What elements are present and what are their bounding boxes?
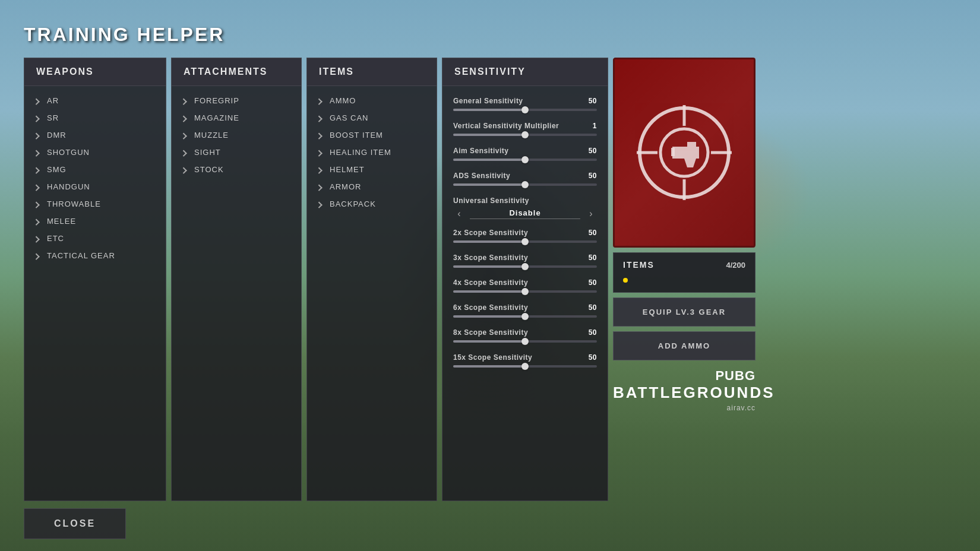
sensitivity-row-1: Vertical Sensitivity Multiplier 1 bbox=[442, 117, 608, 142]
chevron-right-icon bbox=[35, 150, 41, 156]
items-item-label: HELMET bbox=[330, 165, 365, 174]
sensitivity-label-10: 15x Scope Sensitivity 50 bbox=[453, 353, 597, 362]
sensitivity-panel: SENSITIVITY General Sensitivity 50 Verti… bbox=[442, 58, 608, 501]
attachments-item-label: SIGHT bbox=[194, 148, 221, 157]
chevron-right-icon bbox=[35, 184, 41, 190]
items-item-label: BOOST ITEM bbox=[330, 131, 383, 140]
slider-fill-10 bbox=[453, 365, 525, 368]
slider-thumb-0 bbox=[521, 106, 529, 113]
sensitivity-slider-3[interactable] bbox=[453, 183, 597, 186]
chevron-right-icon bbox=[182, 98, 188, 104]
weapons-item-7[interactable]: MELEE bbox=[24, 213, 166, 230]
slider-fill-2 bbox=[453, 159, 525, 161]
attachments-item-label: FOREGRIP bbox=[194, 96, 239, 105]
weapons-item-4[interactable]: SMG bbox=[24, 161, 166, 178]
slider-thumb-1 bbox=[521, 131, 529, 138]
sensitivity-row-6: 3x Scope Sensitivity 50 bbox=[442, 249, 608, 274]
weapons-item-label: THROWABLE bbox=[47, 200, 101, 208]
items-panel: ITEMS AMMOGAS CANBOOST ITEMHEALING ITEMH… bbox=[306, 58, 437, 501]
weapons-item-label: HANDGUN bbox=[47, 182, 90, 191]
slider-thumb-10 bbox=[521, 363, 529, 370]
attachments-item-2[interactable]: MUZZLE bbox=[172, 126, 301, 144]
universal-prev-arrow[interactable]: ‹ bbox=[453, 208, 465, 219]
universal-controls: ‹ Disable › bbox=[453, 208, 597, 219]
chevron-right-icon bbox=[182, 115, 188, 121]
sensitivity-slider-1[interactable] bbox=[453, 134, 597, 136]
slider-thumb-9 bbox=[521, 338, 529, 345]
items-item-3[interactable]: HEALING ITEM bbox=[307, 144, 437, 161]
sensitivity-slider-10[interactable] bbox=[453, 365, 597, 368]
sensitivity-value-8: 50 bbox=[589, 303, 597, 312]
universal-sensitivity-label: Universal Sensitivity bbox=[453, 197, 597, 205]
items-item-0[interactable]: AMMO bbox=[307, 92, 437, 109]
slider-fill-8 bbox=[453, 315, 525, 318]
attachments-panel: ATTACHMENTS FOREGRIPMAGAZINEMUZZLESIGHTS… bbox=[171, 58, 302, 501]
weapons-item-5[interactable]: HANDGUN bbox=[24, 178, 166, 195]
chevron-right-icon bbox=[35, 167, 41, 173]
slider-fill-6 bbox=[453, 265, 525, 268]
sensitivity-slider-5[interactable] bbox=[453, 240, 597, 243]
sensitivity-row-5: 2x Scope Sensitivity 50 bbox=[442, 224, 608, 249]
sensitivity-slider-9[interactable] bbox=[453, 340, 597, 343]
sensitivity-row-2: Aim Sensitivity 50 bbox=[442, 142, 608, 167]
bottom-row: CLOSE bbox=[24, 508, 956, 539]
panels-row: WEAPONS ARSRDMRSHOTGUNSMGHANDGUNTHROWABL… bbox=[24, 58, 956, 501]
sensitivity-label-2: Aim Sensitivity 50 bbox=[453, 147, 597, 155]
attachments-item-1[interactable]: MAGAZINE bbox=[172, 109, 301, 126]
items-item-6[interactable]: BACKPACK bbox=[307, 195, 437, 213]
weapons-item-0[interactable]: AR bbox=[24, 92, 166, 109]
sensitivity-value-6: 50 bbox=[589, 254, 597, 262]
items-counter-header: ITEMS 4/200 bbox=[623, 260, 745, 270]
yellow-dot-icon bbox=[623, 278, 628, 283]
attachments-item-label: MUZZLE bbox=[194, 131, 229, 140]
weapons-item-6[interactable]: THROWABLE bbox=[24, 195, 166, 213]
slider-fill-3 bbox=[453, 183, 525, 186]
watermark-text: airav.cc bbox=[727, 404, 755, 412]
sensitivity-value-7: 50 bbox=[589, 278, 597, 287]
weapons-item-9[interactable]: Tactical Gear bbox=[24, 247, 166, 264]
sensitivity-slider-6[interactable] bbox=[453, 265, 597, 268]
universal-next-arrow[interactable]: › bbox=[585, 208, 597, 219]
attachments-panel-header: ATTACHMENTS bbox=[172, 58, 301, 86]
slider-thumb-7 bbox=[521, 288, 529, 295]
sensitivity-value-1: 1 bbox=[593, 122, 597, 130]
items-item-2[interactable]: BOOST ITEM bbox=[307, 126, 437, 144]
sensitivity-row-10: 15x Scope Sensitivity 50 bbox=[442, 349, 608, 373]
weapons-item-label: MELEE bbox=[47, 217, 76, 226]
chevron-right-icon bbox=[318, 132, 324, 138]
add-ammo-button[interactable]: ADD AMMO bbox=[613, 331, 755, 360]
weapons-item-2[interactable]: DMR bbox=[24, 126, 166, 144]
weapons-item-label: Tactical Gear bbox=[47, 251, 115, 260]
weapons-item-8[interactable]: ETC bbox=[24, 230, 166, 247]
attachments-item-0[interactable]: FOREGRIP bbox=[172, 92, 301, 109]
items-item-4[interactable]: HELMET bbox=[307, 161, 437, 178]
close-button[interactable]: CLOSE bbox=[24, 508, 126, 539]
items-counter-value: 4/200 bbox=[726, 261, 745, 270]
chevron-right-icon bbox=[35, 132, 41, 138]
items-item-1[interactable]: GAS CAN bbox=[307, 109, 437, 126]
sensitivity-row-0: General Sensitivity 50 bbox=[442, 92, 608, 117]
items-item-5[interactable]: ARMOR bbox=[307, 178, 437, 195]
slider-fill-7 bbox=[453, 290, 525, 293]
sensitivity-slider-8[interactable] bbox=[453, 315, 597, 318]
equip-gear-button[interactable]: EQUIP LV.3 GEAR bbox=[613, 297, 755, 327]
slider-thumb-2 bbox=[521, 156, 529, 163]
weapons-item-1[interactable]: SR bbox=[24, 109, 166, 126]
main-container: TRAINING HELPER WEAPONS ARSRDMRSHOTGUNSM… bbox=[0, 0, 980, 551]
chevron-right-icon bbox=[35, 201, 41, 207]
attachments-item-4[interactable]: STOCK bbox=[172, 161, 301, 178]
chevron-right-icon bbox=[35, 115, 41, 121]
chevron-right-icon bbox=[35, 218, 41, 224]
sensitivity-slider-2[interactable] bbox=[453, 159, 597, 161]
weapons-item-3[interactable]: SHOTGUN bbox=[24, 144, 166, 161]
attachments-item-3[interactable]: SIGHT bbox=[172, 144, 301, 161]
weapons-item-label: SHOTGUN bbox=[47, 148, 90, 157]
sensitivity-label-6: 3x Scope Sensitivity 50 bbox=[453, 254, 597, 262]
sensitivity-slider-0[interactable] bbox=[453, 109, 597, 111]
sensitivity-slider-7[interactable] bbox=[453, 290, 597, 293]
chevron-right-icon bbox=[318, 201, 324, 207]
weapons-item-label: SR bbox=[47, 113, 59, 122]
slider-fill-9 bbox=[453, 340, 525, 343]
battlegrounds-text: BATTLEGROUNDS bbox=[613, 384, 755, 402]
sensitivity-row-3: ADS Sensitivity 50 bbox=[442, 167, 608, 192]
